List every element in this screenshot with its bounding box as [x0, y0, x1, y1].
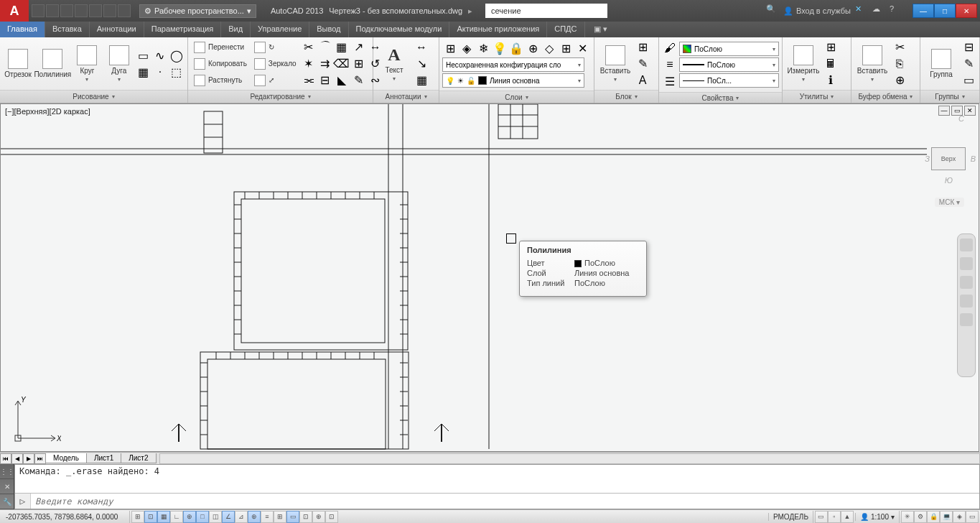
grid-toggle[interactable]: ▦: [157, 511, 170, 523]
panel-title-draw[interactable]: Рисование: [0, 90, 187, 103]
showmotion-icon[interactable]: [960, 313, 973, 326]
close-button[interactable]: ✕: [956, 4, 977, 18]
ortho-toggle[interactable]: ∟: [170, 511, 183, 523]
snap-toggle[interactable]: ⊡: [144, 511, 157, 523]
ucs-icon[interactable]: YX: [11, 395, 61, 447]
tab-plugins[interactable]: Подключаемые модули: [349, 22, 450, 37]
anno-scale[interactable]: 👤 1:100 ▾: [855, 513, 899, 521]
panel-title-utils[interactable]: Утилиты: [783, 90, 851, 103]
command-history[interactable]: Команда: _.erase найдено: 4: [15, 465, 979, 493]
panel-title-layers[interactable]: Слои: [439, 91, 594, 103]
pedit-icon[interactable]: ✎: [351, 73, 367, 88]
paste-button[interactable]: Вставить: [854, 40, 890, 88]
sheet-last[interactable]: ⏭: [34, 453, 46, 464]
layfrz-icon[interactable]: ❄: [475, 40, 491, 56]
laydel-icon[interactable]: ✕: [574, 40, 590, 56]
tpy-toggle[interactable]: ⊞: [274, 511, 286, 523]
signin-button[interactable]: 👤Вход в службы: [783, 6, 851, 16]
laymrg-icon[interactable]: ⊞: [558, 40, 574, 56]
cmd-close-icon[interactable]: ✕: [0, 479, 14, 494]
cmd-handle[interactable]: ⋮⋮ ✕ 🔧: [0, 464, 14, 509]
lwt-toggle[interactable]: ≡: [261, 511, 274, 523]
tab-parametric[interactable]: Параметризация: [144, 22, 221, 37]
leader-icon[interactable]: ↘: [414, 56, 429, 72]
cmd-grip-icon[interactable]: ⋮⋮: [0, 464, 14, 479]
hatch-icon[interactable]: ▦: [136, 64, 151, 80]
table-icon[interactable]: ▦: [414, 73, 429, 88]
laymatch-icon[interactable]: ⊕: [525, 40, 541, 56]
anno-scale-icon[interactable]: ▲: [841, 511, 854, 523]
wcs-dropdown[interactable]: МСК ▾: [935, 198, 964, 207]
panel-title-modify[interactable]: Редактирование: [188, 90, 373, 103]
matchprop-icon[interactable]: 🖌: [662, 40, 678, 56]
qat-plot[interactable]: [89, 4, 102, 17]
dim-icon[interactable]: ↔: [414, 40, 429, 55]
laylck-icon[interactable]: 🔒: [508, 40, 524, 56]
osnap-toggle[interactable]: □: [196, 511, 209, 523]
cut-icon[interactable]: ✂: [892, 40, 907, 55]
group-button[interactable]: Группа: [923, 40, 959, 88]
copy-clip-icon[interactable]: ⎘: [892, 56, 907, 72]
sheet-scrollbar[interactable]: [159, 453, 981, 464]
bylayer-icon[interactable]: ≡: [662, 57, 678, 73]
groupedit-icon[interactable]: ✎: [961, 56, 976, 72]
viewcube[interactable]: Верх: [931, 147, 966, 170]
tab-insert[interactable]: Вставка: [45, 22, 90, 37]
tab-spds[interactable]: СПДС: [547, 22, 584, 37]
rect-icon[interactable]: ▭: [136, 47, 151, 63]
copybase-icon[interactable]: ⊕: [892, 73, 907, 88]
layer-state-dropdown[interactable]: Несохраненная конфигурация сло: [442, 57, 584, 72]
ribbon-collapse[interactable]: ▣ ▾: [588, 22, 613, 37]
tab-annotate[interactable]: Аннотации: [90, 22, 144, 37]
insert-button[interactable]: Вставить: [597, 40, 633, 88]
cloud-icon[interactable]: ☁: [872, 4, 885, 17]
steering-wheel-icon[interactable]: [960, 239, 973, 251]
tab-express[interactable]: Активные приложения: [449, 22, 547, 37]
am-toggle[interactable]: ⊕: [312, 511, 325, 523]
sheet-prev[interactable]: ◀: [11, 453, 23, 464]
list-icon[interactable]: ☰: [662, 73, 678, 89]
panel-title-annot[interactable]: Аннотации: [373, 90, 439, 103]
orbit-icon[interactable]: [960, 295, 973, 307]
edit-block-icon[interactable]: ✎: [635, 56, 650, 72]
array-icon[interactable]: ▦: [334, 40, 350, 55]
region-icon[interactable]: ⬚: [169, 64, 185, 80]
otrack-toggle[interactable]: ∠: [222, 511, 235, 523]
infer-toggle[interactable]: ⊞: [131, 511, 144, 523]
toolbar-lock-icon[interactable]: 🔒: [927, 511, 940, 523]
mirror-button[interactable]: Зеркало: [251, 56, 299, 72]
panel-title-groups[interactable]: Группы: [920, 90, 979, 103]
maximize-button[interactable]: □: [934, 4, 956, 18]
arc-button[interactable]: Дуга: [104, 40, 134, 88]
layoff-icon[interactable]: 💡: [492, 40, 508, 56]
trim-icon[interactable]: ✂: [301, 40, 317, 55]
layprop-icon[interactable]: ⊞: [442, 40, 458, 56]
qat-new[interactable]: [32, 4, 45, 17]
search-icon[interactable]: 🔍: [766, 4, 779, 17]
id-icon[interactable]: ℹ: [823, 73, 839, 88]
ellipse-icon[interactable]: ◯: [169, 47, 185, 63]
quickview-dwg-icon[interactable]: ▫: [828, 511, 841, 523]
panel-title-block[interactable]: Блок: [594, 90, 658, 103]
workspace-dropdown[interactable]: ⚙ Рабочее пространство... ▾: [139, 4, 256, 18]
copy-button[interactable]: Копировать: [191, 56, 250, 72]
exchange-icon[interactable]: ✕: [855, 4, 868, 17]
tab-view[interactable]: Вид: [221, 22, 251, 37]
infocenter-search[interactable]: сечение: [485, 4, 607, 18]
color-dropdown[interactable]: ПоСлою: [679, 42, 779, 56]
zoom-icon[interactable]: [960, 276, 973, 289]
spline-icon[interactable]: ∿: [152, 47, 168, 63]
chevron-icon[interactable]: ▸: [468, 6, 472, 16]
tab-sheet1[interactable]: Лист1: [86, 453, 121, 463]
move-button[interactable]: Перенести: [191, 40, 250, 55]
panel-title-props[interactable]: Свойства: [659, 92, 782, 103]
3dosnap-toggle[interactable]: ◫: [209, 511, 222, 523]
line-button[interactable]: Отрезок: [3, 40, 33, 88]
layiso-icon[interactable]: ◈: [459, 40, 475, 56]
text-button[interactable]: AТекст: [376, 40, 412, 88]
qat-saveas[interactable]: [75, 4, 88, 17]
polyline-button[interactable]: Полилиния: [34, 40, 70, 88]
qp-toggle[interactable]: ▭: [286, 511, 299, 523]
selectall-icon[interactable]: ⊞: [823, 40, 839, 55]
sheet-first[interactable]: ⏮: [0, 453, 11, 464]
